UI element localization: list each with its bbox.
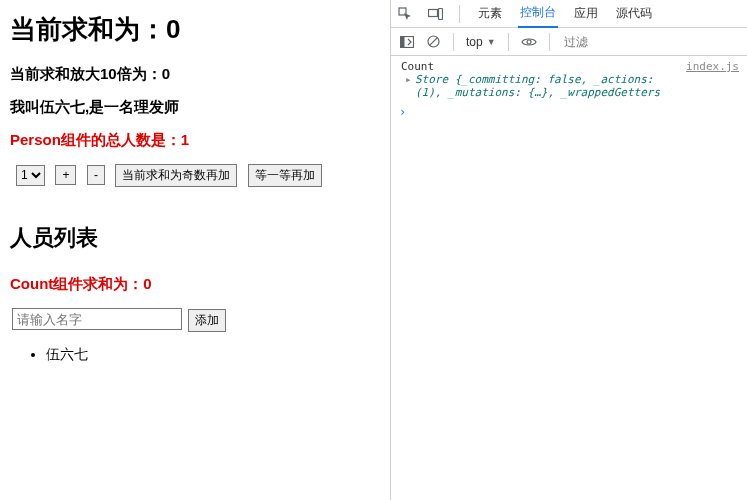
sidebar-toggle-icon[interactable]: [399, 34, 415, 50]
console-toolbar: top ▼: [391, 28, 747, 56]
person-total: Person组件的总人数是：1: [10, 131, 380, 150]
spacer: [405, 86, 415, 99]
sum-x10-prefix: 当前求和放大10倍为：: [10, 65, 162, 82]
person-list: 伍六七: [12, 346, 380, 364]
intro-text: 我叫伍六七,是一名理发师: [10, 98, 380, 117]
filter-input[interactable]: [562, 34, 739, 50]
inspect-icon[interactable]: [397, 6, 413, 22]
plus-button[interactable]: +: [55, 165, 76, 185]
separator: [508, 33, 509, 51]
tab-elements[interactable]: 元素: [476, 0, 504, 28]
minus-button[interactable]: -: [87, 165, 105, 185]
tab-console[interactable]: 控制台: [518, 0, 558, 28]
console-prompt-icon[interactable]: ›: [397, 99, 741, 119]
count-sum: Count组件求和为：0: [10, 275, 380, 294]
context-label: top: [466, 35, 483, 49]
sum-heading-value: 0: [166, 14, 180, 44]
sum-heading-prefix: 当前求和为：: [10, 14, 166, 44]
context-select[interactable]: top ▼: [466, 35, 496, 49]
add-person-row: 添加: [12, 308, 380, 332]
svg-point-7: [527, 40, 531, 44]
svg-rect-2: [438, 8, 442, 19]
svg-rect-4: [401, 36, 405, 47]
devtools-panel: 元素 控制台 应用 源代码 top ▼: [390, 0, 747, 500]
store-line2: (1), _mutations: {…}, _wrappedGetters: [415, 86, 660, 99]
add-wait-button[interactable]: 等一等再加: [248, 164, 322, 187]
name-input[interactable]: [12, 308, 182, 330]
list-item: 伍六七: [46, 346, 380, 364]
disclosure-triangle-icon[interactable]: ▸: [405, 73, 415, 86]
log-source[interactable]: index.js: [686, 60, 739, 73]
person-heading: 人员列表: [10, 223, 380, 253]
svg-line-6: [429, 38, 437, 46]
person-total-prefix: Person组件的总人数是：: [10, 131, 181, 148]
console-object-text: Store {_committing: false, _actions:: [415, 73, 653, 86]
person-total-value: 1: [181, 131, 189, 148]
sum-heading: 当前求和为：0: [10, 12, 380, 47]
console-object-row[interactable]: ▸ Store {_committing: false, _actions:: [397, 73, 741, 86]
separator: [459, 5, 460, 23]
count-sum-value: 0: [143, 275, 151, 292]
clear-console-icon[interactable]: [425, 34, 441, 50]
log-label: Count: [397, 60, 686, 73]
count-sum-prefix: Count组件求和为：: [10, 275, 143, 292]
sum-x10-value: 0: [162, 65, 170, 82]
add-if-odd-button[interactable]: 当前求和为奇数再加: [115, 164, 237, 187]
sum-x10: 当前求和放大10倍为：0: [10, 65, 380, 84]
tab-sources[interactable]: 源代码: [614, 0, 654, 28]
console-object-row: (1), _mutations: {…}, _wrappedGetters: [397, 86, 741, 99]
step-select[interactable]: 1: [16, 165, 45, 186]
tab-application[interactable]: 应用: [572, 0, 600, 28]
app-page: 当前求和为：0 当前求和放大10倍为：0 我叫伍六七,是一名理发师 Person…: [0, 0, 390, 500]
devtools-tabs: 元素 控制台 应用 源代码: [391, 0, 747, 28]
separator: [549, 33, 550, 51]
console-row: Count index.js: [397, 60, 741, 73]
svg-rect-1: [428, 9, 437, 16]
add-button[interactable]: 添加: [188, 309, 226, 332]
store-line1: Store {_committing: false, _actions:: [415, 73, 653, 86]
separator: [453, 33, 454, 51]
device-icon[interactable]: [427, 6, 443, 22]
eye-icon[interactable]: [521, 34, 537, 50]
chevron-down-icon: ▼: [487, 37, 496, 47]
controls-row: 1 + - 当前求和为奇数再加 等一等再加: [16, 164, 380, 187]
console-body: Count index.js ▸ Store {_committing: fal…: [391, 56, 747, 123]
